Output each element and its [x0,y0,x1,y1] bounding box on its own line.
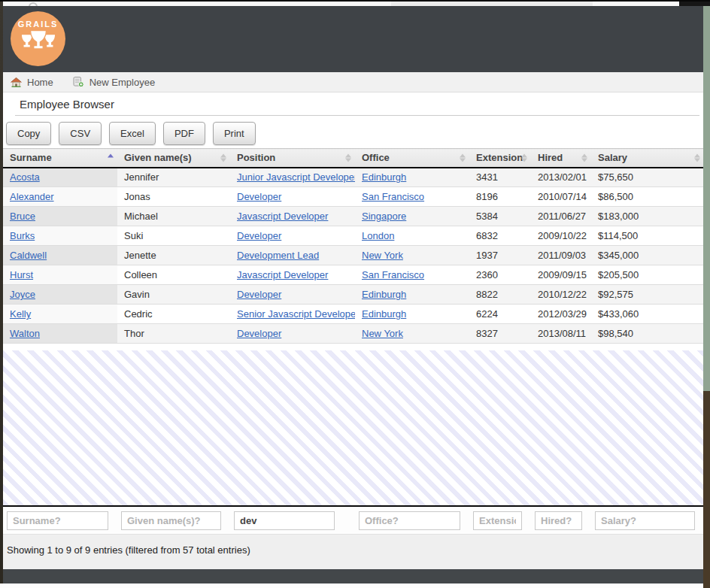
new-employee-icon [73,77,84,87]
column-header-office[interactable]: Office [355,149,469,168]
cell-surname: Walton [3,324,117,344]
cell-extension: 1937 [469,246,531,265]
cell-salary: $86,500 [591,187,704,207]
office-link[interactable]: London [362,230,394,241]
column-header-surname[interactable]: Surname [3,149,117,168]
surname-link[interactable]: Alexander [10,191,54,202]
footer-bar [0,569,710,583]
table-row: KellyCedricSenior Javascript DeveloperEd… [3,305,704,324]
scrollbar-track[interactable] [703,6,710,391]
office-link[interactable]: San Francisco [362,269,424,280]
column-header-label: Office [362,152,390,163]
cell-given: Jennifer [117,168,230,187]
cell-given: Cedric [117,305,230,324]
cell-extension: 8822 [469,285,531,305]
nav-home-link[interactable]: Home [11,77,53,88]
filter-salary-input[interactable] [595,511,695,530]
nav-home-label: Home [27,77,53,88]
desktop-background [703,391,710,588]
surname-link[interactable]: Caldwell [10,250,47,261]
position-link[interactable]: Developer [237,230,281,241]
surname-link[interactable]: Bruce [10,211,35,222]
column-header-salary[interactable]: Salary [591,149,704,168]
column-header-label: Surname [10,152,52,163]
position-link[interactable]: Developer [237,289,281,300]
office-link[interactable]: San Francisco [362,191,424,202]
cell-salary: $345,000 [591,246,704,265]
nav-new-employee-link[interactable]: New Employee [73,77,155,88]
table-row: BruceMichaelJavascript DeveloperSingapor… [3,207,704,226]
cell-office: Edinburgh [355,168,469,187]
cell-position: Javascript Developer [230,265,355,285]
cell-salary: $75,650 [591,168,704,187]
cell-hired: 2011/09/03 [531,246,591,265]
position-link[interactable]: Development Lead [237,250,319,261]
grails-logo[interactable]: GRAILS [11,11,65,66]
cell-position: Senior Javascript Developer [230,305,355,324]
surname-link[interactable]: Walton [10,328,40,339]
column-header-hired[interactable]: Hired [531,149,591,168]
filter-hired-input[interactable] [535,511,582,530]
excel-button[interactable]: Excel [109,122,156,145]
cell-salary: $433,060 [591,305,704,324]
position-link[interactable]: Javascript Developer [237,211,328,222]
office-link[interactable]: New York [362,328,403,339]
position-link[interactable]: Developer [237,328,281,339]
surname-link[interactable]: Joyce [10,289,35,300]
surname-link[interactable]: Hurst [10,269,33,280]
cell-office: San Francisco [355,265,469,285]
cell-office: Edinburgh [355,305,469,324]
app-header: GRAILS [0,6,710,72]
cell-extension: 8327 [469,324,531,344]
print-button[interactable]: Print [213,122,256,145]
table-row: AcostaJenniferJunior Javascript Develope… [3,168,704,187]
column-header-label: Given name(s) [124,152,192,163]
office-link[interactable]: Edinburgh [362,308,406,320]
table-info-text: Showing 1 to 9 of 9 entries (filtered fr… [7,544,250,556]
page-title: Employee Browser [20,98,114,111]
cell-given: Michael [117,207,230,226]
office-link[interactable]: Singapore [362,211,406,222]
cell-extension: 6832 [469,226,531,246]
filter-given-name-s-input[interactable] [121,511,221,530]
copy-button[interactable]: Copy [6,122,51,145]
cell-given: Gavin [117,285,230,305]
position-link[interactable]: Senior Javascript Developer [237,308,355,320]
office-link[interactable]: Edinburgh [362,171,406,183]
filter-cell [591,511,704,530]
column-header-extension[interactable]: Extension [469,149,531,168]
cell-surname: Kelly [3,305,117,324]
pdf-button[interactable]: PDF [163,122,205,145]
surname-link[interactable]: Burks [10,230,35,241]
position-link[interactable]: Javascript Developer [237,269,328,280]
cell-extension: 5384 [469,207,531,226]
position-link[interactable]: Junior Javascript Developer [237,171,355,183]
cell-extension: 2360 [469,265,531,285]
cell-extension: 6224 [469,305,531,324]
sort-both-icon [694,153,700,162]
cell-position: Development Lead [230,246,355,265]
cell-hired: 2010/07/14 [531,187,591,207]
office-link[interactable]: New York [362,250,403,261]
csv-button[interactable]: CSV [59,122,102,145]
cell-salary: $183,000 [591,207,704,226]
cell-salary: $205,500 [591,265,704,285]
position-link[interactable]: Developer [237,191,281,202]
column-header-position[interactable]: Position [230,149,355,168]
filter-surname-input[interactable] [7,511,108,530]
filter-extension-input[interactable] [473,511,522,530]
column-header-label: Position [237,152,275,163]
surname-link[interactable]: Kelly [10,308,31,320]
filter-position-input[interactable] [234,511,335,530]
cell-surname: Joyce [3,285,117,305]
cell-given: Jonas [117,187,230,207]
cell-position: Developer [230,285,355,305]
filter-cell [230,511,355,530]
filter-office-input[interactable] [359,511,460,530]
cell-hired: 2009/09/15 [531,265,591,285]
column-header-given-name-s[interactable]: Given name(s) [117,149,230,168]
cell-hired: 2009/10/22 [531,226,591,246]
surname-link[interactable]: Acosta [10,171,40,183]
office-link[interactable]: Edinburgh [362,289,406,300]
cell-position: Developer [230,324,355,344]
